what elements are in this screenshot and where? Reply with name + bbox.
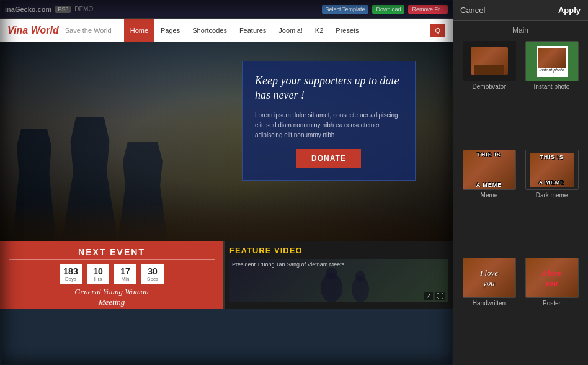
hero-title: Keep your supporters up to date has neve… [255, 74, 403, 103]
template-label-instant: Instant photo [534, 83, 570, 90]
video-title: FEATURE VIDEO [229, 246, 448, 255]
video-controls: ↗ ⛶ [424, 292, 445, 300]
template-label-handwritten: Handwritten [473, 300, 506, 307]
video-title-highlight: VIDEO [274, 246, 302, 255]
video-description: President Truong Tan Sang of Vietnam Mee… [232, 261, 349, 268]
template-thumb-instant: Instant photo [525, 41, 579, 81]
template-item-poster[interactable]: I loveyou Poster [523, 258, 581, 361]
select-template-btn[interactable]: Select Template [322, 5, 369, 14]
video-section: FEATURE VIDEO President Truong Tan Sang … [223, 241, 453, 309]
count-min: 17 Min [114, 264, 136, 284]
remove-btn[interactable]: Remove Fr... [408, 5, 448, 14]
website-mockup: inaGecko.com PS3 DEMO Select Template Do… [0, 0, 453, 365]
preview-area: inaGecko.com PS3 DEMO Select Template Do… [0, 0, 453, 365]
template-thumb-dark-meme: This is a meme [525, 150, 579, 190]
photo-caption: Instant photo [539, 68, 564, 72]
count-sec-label: Secs [143, 276, 163, 282]
site-tagline: Save the World [65, 27, 112, 34]
hero-description: Lorem ipsum dolor sit amet, consectetuer… [255, 110, 403, 140]
right-panel: Cancel Apply Main Demotivator Instant ph… [453, 0, 588, 365]
template-item-meme[interactable]: This is a meme Meme [460, 150, 518, 253]
share-icon[interactable]: ↗ [424, 292, 433, 300]
count-hrs-num: 10 [88, 266, 108, 276]
dark-meme-top-text: This is [540, 154, 564, 160]
meme-top-text: This is [477, 151, 501, 158]
panel-section-title: Main [453, 21, 588, 37]
site-bottom: NEXT EVENT 183 Days 10 Hrs 17 Min [0, 241, 453, 309]
count-min-label: Min [115, 276, 135, 282]
dark-meme-overlay: This is a meme [530, 153, 574, 187]
apply-button[interactable]: Apply [558, 6, 581, 15]
site-topbar-logo: inaGecko.com [5, 6, 51, 13]
meme-bottom-text: a meme [476, 182, 502, 188]
count-days: 183 Days [60, 264, 82, 284]
topbar-demo: DEMO [74, 6, 93, 12]
count-days-label: Days [61, 276, 81, 282]
video-title-plain: FEATURE [229, 246, 274, 255]
handwritten-text: I loveyou [480, 268, 498, 287]
site-navbar: Vina World Save the World Home Pages Sho… [0, 19, 453, 42]
photo-scene [538, 48, 566, 68]
template-item-instant-photo[interactable]: Instant photo Instant photo [523, 41, 581, 145]
template-thumb-poster: I loveyou [525, 258, 579, 298]
nav-k2[interactable]: K2 [309, 19, 329, 42]
template-item-demotivator[interactable]: Demotivator [460, 41, 518, 145]
svg-point-1 [326, 268, 337, 279]
topbar-badge: PS3 [55, 6, 71, 13]
nav-presets[interactable]: Presets [329, 19, 365, 42]
template-item-handwritten[interactable]: I loveyou Handwritten [460, 258, 518, 361]
template-label-poster: Poster [543, 300, 561, 307]
event-section: NEXT EVENT 183 Days 10 Hrs 17 Min [0, 241, 223, 309]
dark-meme-bottom-text: a meme [539, 179, 565, 186]
count-days-num: 183 [61, 266, 81, 276]
svg-point-3 [355, 271, 365, 281]
nav-features[interactable]: Features [233, 19, 272, 42]
template-label-dark-meme: Dark meme [536, 192, 568, 199]
hero-content-box: Keep your supporters up to date has neve… [242, 61, 416, 181]
countdown-row: 183 Days 10 Hrs 17 Min 30 Secs [9, 264, 215, 284]
count-min-num: 17 [115, 266, 135, 276]
download-btn[interactable]: Download [372, 5, 404, 14]
event-title: NEXT EVENT [9, 247, 215, 260]
count-sec-num: 30 [143, 266, 163, 276]
video-thumbnail[interactable]: President Truong Tan Sang of Vietnam Mee… [229, 259, 448, 302]
nav-joomla[interactable]: Joomla! [272, 19, 309, 42]
chair-icon-demotivator [471, 47, 508, 75]
site-topbar: inaGecko.com PS3 DEMO Select Template Do… [0, 0, 453, 19]
fullscreen-icon[interactable]: ⛶ [435, 292, 445, 300]
nav-shortcodes[interactable]: Shortcodes [186, 19, 233, 42]
nav-pages[interactable]: Pages [154, 19, 186, 42]
nav-home[interactable]: Home [124, 19, 154, 42]
count-hrs: 10 Hrs [87, 264, 109, 284]
template-thumb-meme: This is a meme [463, 150, 516, 190]
template-thumb-handwritten: I loveyou [463, 258, 516, 298]
template-label-demotivator: Demotivator [473, 83, 506, 90]
count-hrs-label: Hrs [88, 276, 108, 282]
template-item-dark-meme[interactable]: This is a meme Dark meme [523, 150, 581, 253]
panel-header: Cancel Apply [453, 0, 588, 21]
meme-overlay: This is a meme [463, 150, 515, 189]
poster-text: I loveyou [543, 268, 561, 287]
site-logo: Vina World [7, 25, 59, 36]
nav-search-btn[interactable]: Q [430, 24, 445, 37]
cancel-button[interactable]: Cancel [460, 6, 558, 15]
site-hero: Keep your supporters up to date has neve… [0, 42, 453, 241]
dark-meme-inner: This is a meme [530, 153, 574, 187]
template-label-meme: Meme [481, 192, 498, 199]
template-thumb-demotivator [463, 41, 516, 81]
instant-photo-inner: Instant photo [537, 46, 568, 77]
count-sec: 30 Secs [141, 264, 164, 284]
event-name: General Young WomanMeeting [9, 287, 215, 308]
donate-button[interactable]: DONATE [296, 149, 361, 168]
template-grid: Demotivator Instant photo Instant photo … [453, 37, 588, 365]
